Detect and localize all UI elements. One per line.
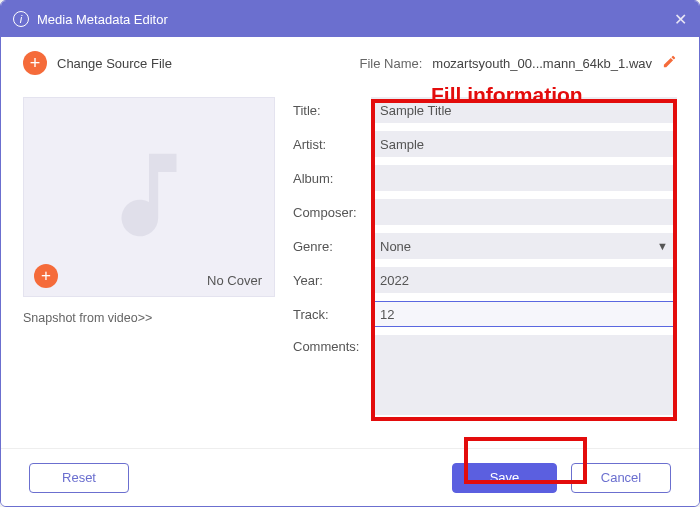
- no-cover-label: No Cover: [207, 273, 262, 288]
- filename-label: File Name:: [359, 56, 422, 71]
- close-icon[interactable]: ✕: [674, 10, 687, 29]
- label-artist: Artist:: [293, 137, 365, 152]
- label-year: Year:: [293, 273, 365, 288]
- filename-value: mozartsyouth_00...mann_64kb_1.wav: [432, 56, 652, 71]
- pencil-icon[interactable]: [662, 54, 677, 72]
- info-icon: i: [13, 11, 29, 27]
- filename-area: File Name: mozartsyouth_00...mann_64kb_1…: [359, 54, 677, 72]
- change-source-button[interactable]: Change Source File: [57, 56, 172, 71]
- window-title: Media Metadata Editor: [37, 12, 168, 27]
- label-genre: Genre:: [293, 239, 365, 254]
- toolbar: + Change Source File File Name: mozartsy…: [1, 37, 699, 85]
- label-comments: Comments:: [293, 335, 365, 354]
- reset-button[interactable]: Reset: [29, 463, 129, 493]
- music-note-icon: [94, 140, 204, 254]
- label-composer: Composer:: [293, 205, 365, 220]
- cover-panel: + No Cover Snapshot from video>>: [23, 85, 275, 415]
- titlebar: i Media Metadata Editor ✕: [1, 1, 699, 37]
- label-album: Album:: [293, 171, 365, 186]
- label-title: Title:: [293, 103, 365, 118]
- cover-image-box: + No Cover: [23, 97, 275, 297]
- snapshot-link[interactable]: Snapshot from video>>: [23, 311, 275, 325]
- add-source-icon[interactable]: +: [23, 51, 47, 75]
- annotation-box-save: [464, 437, 587, 484]
- add-cover-icon[interactable]: +: [34, 264, 58, 288]
- metadata-editor-window: i Media Metadata Editor ✕ + Change Sourc…: [0, 0, 700, 507]
- annotation-box-fields: [371, 99, 677, 421]
- label-track: Track:: [293, 307, 365, 322]
- footer: Reset Save Cancel: [1, 448, 699, 506]
